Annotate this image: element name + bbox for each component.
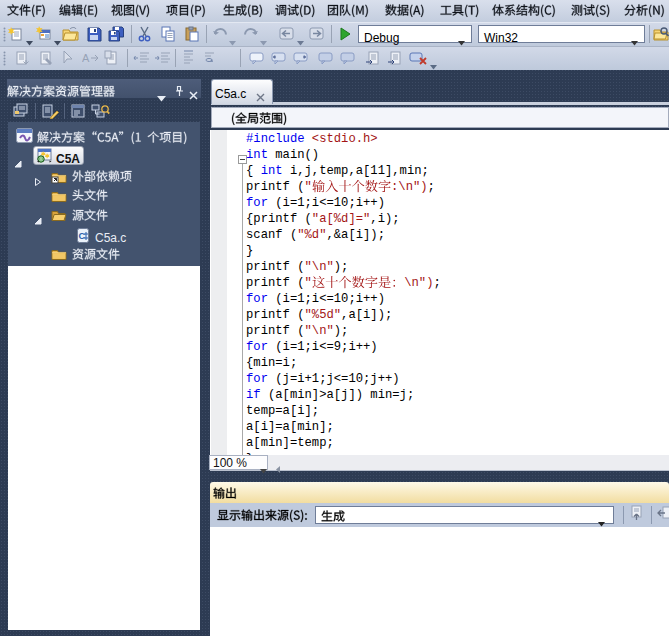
svg-text:A: A	[82, 52, 90, 64]
svg-text:C: C	[79, 231, 86, 241]
